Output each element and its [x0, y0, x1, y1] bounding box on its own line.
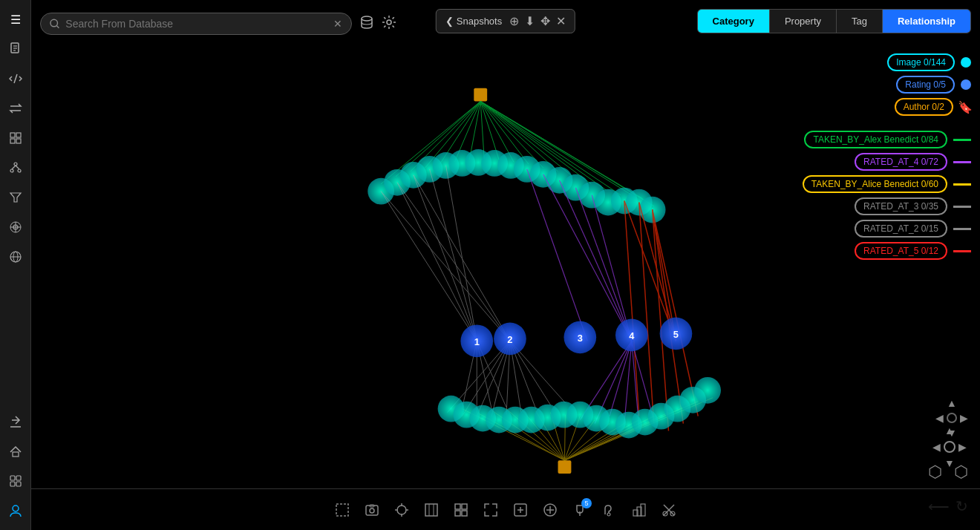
snapshots-add-button[interactable]: ⊕ [509, 14, 519, 28]
layout-button[interactable] [449, 498, 473, 522]
svg-line-98 [414, 175, 510, 341]
crosshair-button[interactable] [390, 498, 414, 522]
svg-line-97 [397, 183, 510, 341]
settings-icon[interactable] [382, 15, 396, 33]
nav-left-button[interactable]: ◀ [931, 439, 942, 454]
legend-item-rated4: RATED_AT_4 0/72 [803, 153, 971, 171]
rating-label-1: 1 [474, 336, 480, 347]
pan-right-button[interactable]: ▶ [960, 412, 968, 424]
legend-dot-image [961, 57, 971, 68]
pan-left-button[interactable]: ◀ [935, 412, 944, 424]
svg-point-10 [10, 169, 13, 172]
network-icon[interactable] [2, 214, 29, 241]
legend-label-taken-alex[interactable]: TAKEN_BY_Alex Benedict 0/84 [804, 131, 947, 148]
search-clear-button[interactable]: ✕ [333, 18, 342, 30]
svg-rect-24 [13, 452, 19, 457]
home-icon[interactable] [2, 438, 29, 465]
legend-label-image[interactable]: Image 0/144 [887, 53, 955, 71]
pan-center[interactable] [947, 413, 957, 423]
svg-line-93 [414, 175, 477, 341]
nav-center[interactable] [944, 441, 956, 453]
transfer-icon[interactable] [2, 95, 29, 122]
bottom-anchor-node[interactable] [558, 460, 572, 474]
pin-button[interactable]: 5 [568, 498, 592, 522]
filter-icon[interactable] [2, 184, 29, 211]
user-icon[interactable] [2, 497, 29, 524]
node-expand-button[interactable] [509, 498, 532, 522]
svg-rect-156 [425, 504, 437, 516]
snapshots-label: Snapshots [457, 16, 502, 27]
legend-item-image: Image 0/144 [803, 53, 971, 71]
svg-line-4 [14, 74, 17, 83]
share-button[interactable] [627, 498, 651, 522]
svg-line-91 [381, 192, 477, 341]
nav-up-button[interactable]: ▲ [943, 423, 956, 438]
grid-icon[interactable] [2, 125, 29, 151]
database-icon[interactable] [359, 15, 374, 33]
pin-badge: 5 [581, 498, 592, 508]
top-anchor-node[interactable] [474, 88, 487, 102]
svg-rect-26 [16, 476, 21, 480]
svg-rect-28 [16, 482, 21, 486]
resize-button[interactable] [479, 498, 503, 522]
snapshots-close-button[interactable]: ✕ [556, 14, 566, 28]
legend-dot-author: 🔖 [959, 101, 971, 113]
rating-label-5: 5 [673, 329, 679, 340]
expand-button[interactable] [419, 498, 443, 522]
tab-relationship[interactable]: Relationship [883, 10, 970, 33]
svg-rect-159 [455, 504, 460, 509]
main-area: ✕ ❮ Snapshots ⊕ ⬇ ✥ ✕ [31, 0, 980, 530]
navigation-controls: ▲ ◀ ▶ ▼ [931, 423, 968, 471]
document-icon[interactable] [2, 36, 29, 62]
menu-icon[interactable]: ☰ [2, 6, 29, 33]
cut-button[interactable] [657, 498, 681, 522]
legend: Image 0/144 Rating 0/5 Author 0/2 🔖 TAKE… [803, 53, 971, 260]
snapshots-actions: ⊕ ⬇ ✥ ✕ [509, 14, 566, 28]
globe-icon[interactable] [2, 243, 29, 270]
screenshot-button[interactable] [360, 498, 384, 522]
nav-right-button[interactable]: ▶ [957, 439, 968, 454]
search-input[interactable] [65, 18, 327, 30]
nav-down-button[interactable]: ▼ [943, 456, 956, 471]
snapshots-download-button[interactable]: ⬇ [525, 14, 535, 28]
svg-point-32 [362, 16, 372, 21]
rating-label-3: 3 [578, 333, 583, 344]
export-icon[interactable] [2, 408, 29, 435]
legend-label-rated2[interactable]: RATED_AT_2 0/15 [855, 220, 947, 238]
legend-item-author: Author 0/2 🔖 [803, 98, 971, 116]
search-container: ✕ [40, 13, 352, 35]
zoom-up-button[interactable]: ▲ [947, 397, 957, 409]
tab-tag[interactable]: Tag [837, 10, 883, 33]
svg-point-149 [370, 508, 374, 513]
svg-rect-7 [10, 139, 15, 143]
svg-line-12 [12, 166, 16, 169]
legend-item-rating: Rating 0/5 [803, 76, 971, 94]
svg-line-13 [16, 166, 19, 169]
svg-point-29 [13, 506, 19, 511]
code-icon[interactable] [2, 65, 29, 92]
tab-property[interactable]: Property [770, 10, 837, 33]
svg-line-96 [381, 192, 510, 341]
plugin-icon[interactable] [2, 468, 29, 494]
legend-label-rated3[interactable]: RATED_AT_3 0/35 [855, 197, 947, 215]
add-node-button[interactable] [538, 498, 562, 522]
paint-button[interactable] [598, 498, 621, 522]
svg-rect-147 [336, 504, 348, 516]
hierarchy-icon[interactable] [2, 154, 29, 181]
svg-rect-25 [10, 476, 15, 480]
legend-label-taken-alice[interactable]: TAKEN_BY_Alice Benedict 0/60 [803, 175, 947, 193]
select-box-button[interactable] [330, 498, 354, 522]
svg-rect-161 [455, 511, 460, 516]
legend-label-rated4[interactable]: RATED_AT_4 0/72 [855, 153, 947, 171]
legend-item-taken-alex: TAKEN_BY_Alex Benedict 0/84 [803, 131, 971, 148]
tab-category[interactable]: Category [698, 10, 770, 33]
legend-label-rating[interactable]: Rating 0/5 [896, 76, 955, 94]
sidebar: ☰ [0, 0, 31, 530]
svg-line-94 [430, 169, 477, 341]
legend-label-author[interactable]: Author 0/2 [895, 98, 953, 116]
svg-rect-5 [10, 133, 15, 137]
svg-line-92 [397, 183, 477, 341]
snapshots-move-button[interactable]: ✥ [540, 14, 550, 28]
snapshots-bar: ❮ Snapshots ⊕ ⬇ ✥ ✕ [436, 9, 575, 33]
legend-label-rated5[interactable]: RATED_AT_5 0/12 [855, 242, 947, 260]
